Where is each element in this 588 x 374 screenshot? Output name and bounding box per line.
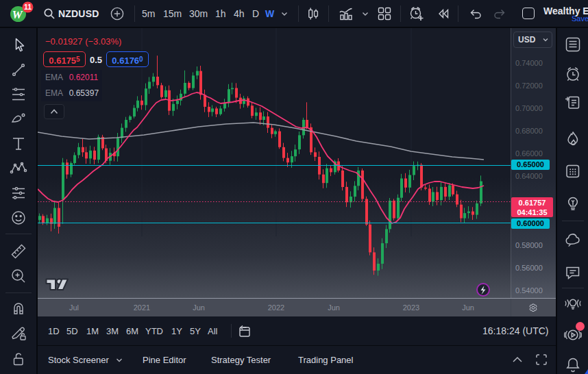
svg-text:W: W — [12, 8, 24, 21]
svg-text:11: 11 — [24, 3, 32, 11]
